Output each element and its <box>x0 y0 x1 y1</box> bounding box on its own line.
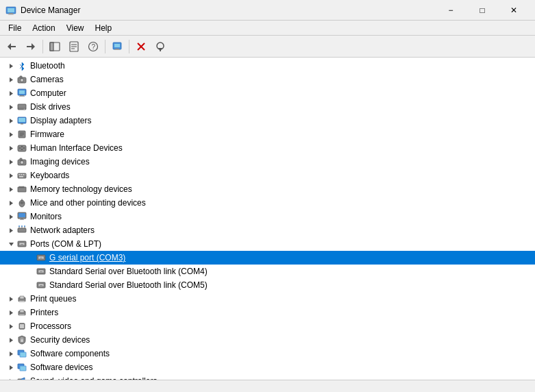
expand-arrow[interactable] <box>5 348 16 359</box>
svg-marker-25 <box>10 64 13 69</box>
expand-arrow[interactable] <box>5 184 16 195</box>
software-devices-icon <box>16 362 27 373</box>
device-tree[interactable]: BluetoothCamerasComputerDisk drivesDispl… <box>0 58 535 380</box>
maximize-button[interactable]: □ <box>466 0 498 21</box>
tree-item-keyboards[interactable]: Keyboards <box>0 169 535 182</box>
svg-point-28 <box>21 79 24 82</box>
tree-item-print-queues[interactable]: Print queues <box>0 292 535 306</box>
tree-item-memory-tech[interactable]: Memory technology devices <box>0 182 535 196</box>
svg-rect-68 <box>21 186 21 188</box>
properties-icon <box>69 41 79 52</box>
computer-label: Computer <box>30 88 66 98</box>
svg-marker-130 <box>21 378 25 380</box>
svg-marker-48 <box>10 146 13 151</box>
update-driver-button[interactable] <box>108 38 126 56</box>
toolbar-sep-3 <box>129 40 129 53</box>
svg-rect-69 <box>22 186 23 188</box>
expand-arrow[interactable] <box>5 293 16 304</box>
svg-rect-2 <box>9 13 13 14</box>
tree-item-mice[interactable]: Mice and other pointing devices <box>0 196 535 210</box>
mice-icon <box>16 197 27 208</box>
expand-arrow[interactable] <box>5 197 16 208</box>
back-button[interactable] <box>3 38 21 56</box>
expand-arrow[interactable] <box>5 156 16 167</box>
svg-marker-35 <box>10 105 13 110</box>
svg-point-53 <box>23 147 25 149</box>
menu-item-action[interactable]: Action <box>27 21 60 36</box>
tree-item-printers[interactable]: Printers <box>0 306 535 319</box>
uninstall-button[interactable] <box>132 38 150 56</box>
svg-rect-17 <box>114 44 120 47</box>
expand-arrow[interactable] <box>5 129 16 140</box>
close-button[interactable]: ✕ <box>498 0 530 21</box>
security-icon <box>16 334 27 345</box>
menu-item-file[interactable]: File <box>3 21 27 36</box>
expand-arrow[interactable] <box>5 321 16 332</box>
svg-rect-98 <box>40 271 42 272</box>
tree-item-software-devices[interactable]: Software devices <box>0 360 535 374</box>
tree-item-sound-video[interactable]: Sound, video and game controllers <box>0 374 535 380</box>
svg-rect-64 <box>19 176 23 177</box>
display-adapters-label: Display adapters <box>30 116 91 125</box>
tree-item-processors[interactable]: Processors <box>0 319 535 333</box>
tree-item-cameras[interactable]: Cameras <box>0 73 535 86</box>
help-button[interactable]: ? <box>84 38 102 56</box>
expand-arrow[interactable] <box>5 211 16 222</box>
svg-rect-67 <box>19 186 20 188</box>
minimize-button[interactable]: − <box>435 0 466 21</box>
window-title: Device Manager <box>21 5 80 15</box>
tree-item-ports[interactable]: Ports (COM & LPT) <box>0 237 535 251</box>
tree-item-computer[interactable]: Computer <box>0 86 535 100</box>
tree-item-imaging[interactable]: Imaging devices <box>0 155 535 169</box>
expand-arrow[interactable] <box>5 307 16 318</box>
svg-rect-63 <box>25 174 25 175</box>
processors-label: Processors <box>30 321 71 331</box>
expand-arrow[interactable] <box>5 101 16 112</box>
uninstall-icon <box>136 41 147 52</box>
svg-rect-3 <box>8 14 14 14</box>
svg-rect-41 <box>18 118 25 122</box>
tree-item-firmware[interactable]: Firmware <box>0 127 535 141</box>
expand-arrow[interactable] <box>5 88 16 99</box>
tree-item-hid[interactable]: Human Interface Devices <box>0 141 535 155</box>
properties-button[interactable] <box>65 38 83 56</box>
tree-item-monitors[interactable]: Monitors <box>0 210 535 223</box>
tree-item-bluetooth[interactable]: Bluetooth <box>0 59 535 73</box>
expand-arrow[interactable] <box>5 115 16 126</box>
show-hide-button[interactable] <box>46 38 64 56</box>
tree-item-disk-drives[interactable]: Disk drives <box>0 100 535 114</box>
expand-arrow[interactable] <box>5 60 16 71</box>
svg-rect-1 <box>8 8 14 12</box>
svg-rect-7 <box>27 46 32 47</box>
expand-arrow[interactable] <box>5 334 16 345</box>
tree-item-software-components[interactable]: Software components <box>0 347 535 360</box>
tree-item-network-adapters[interactable]: Network adapters <box>0 223 535 237</box>
menu-item-view[interactable]: View <box>61 21 90 36</box>
scan-button[interactable] <box>151 38 169 56</box>
expand-arrow[interactable] <box>5 74 16 85</box>
hid-label: Human Interface Devices <box>30 143 123 153</box>
tree-item-com5[interactable]: Standard Serial over Bluetooth link (COM… <box>0 278 535 292</box>
svg-rect-57 <box>20 158 22 160</box>
expand-arrow[interactable] <box>5 225 16 236</box>
expand-arrow[interactable] <box>5 143 16 154</box>
cameras-icon <box>16 74 27 85</box>
tree-item-com3[interactable]: G serial port (COM3) <box>0 251 535 265</box>
tree-item-com4[interactable]: Standard Serial over Bluetooth link (COM… <box>0 265 535 278</box>
keyboards-icon <box>16 170 27 181</box>
expand-arrow[interactable] <box>5 238 16 249</box>
tree-item-display-adapters[interactable]: Display adapters <box>0 114 535 127</box>
toolbar-sep-2 <box>105 40 105 53</box>
expand-arrow[interactable] <box>5 362 16 373</box>
svg-rect-82 <box>18 228 26 232</box>
svg-rect-32 <box>19 90 25 94</box>
svg-marker-30 <box>10 91 13 96</box>
com3-label: G serial port (COM3) <box>49 253 125 262</box>
svg-rect-9 <box>50 42 53 51</box>
keyboards-label: Keyboards <box>30 171 69 180</box>
forward-button[interactable] <box>22 38 40 56</box>
expand-arrow[interactable] <box>5 170 16 181</box>
expand-arrow[interactable] <box>5 376 16 380</box>
tree-item-security[interactable]: Security devices <box>0 333 535 347</box>
menu-item-help[interactable]: Help <box>90 21 118 36</box>
